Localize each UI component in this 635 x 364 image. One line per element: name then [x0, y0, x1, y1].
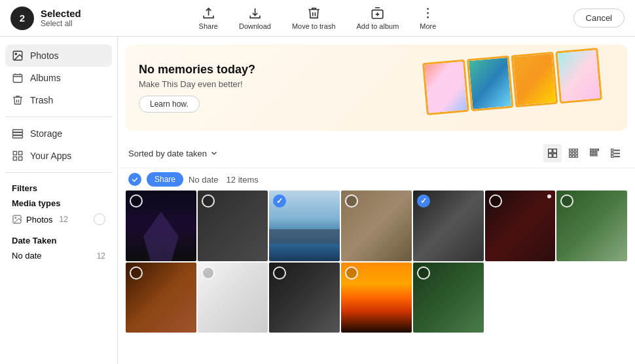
svg-point-2 [427, 12, 429, 14]
filter-bar: Share No date 12 items [118, 168, 635, 191]
svg-point-3 [427, 16, 429, 18]
sidebar-item-photos[interactable]: Photos [5, 45, 112, 67]
svg-rect-26 [570, 155, 572, 157]
photo-item-6[interactable] [485, 191, 556, 261]
svg-rect-36 [590, 155, 592, 156]
photo-item-10[interactable] [269, 263, 340, 333]
photos-filter-count: 12 [59, 215, 67, 224]
toolbar-right [543, 144, 625, 162]
move-to-trash-action[interactable]: Move to trash [292, 6, 336, 30]
svg-rect-7 [13, 130, 23, 132]
photo-checkbox-8[interactable] [130, 266, 143, 280]
sidebar-item-albums[interactable]: Albums [5, 67, 112, 89]
photo-checkbox-1[interactable] [130, 194, 143, 208]
svg-rect-18 [549, 154, 553, 158]
photo-checkbox-2[interactable] [202, 194, 215, 208]
select-all-link[interactable]: Select all [41, 19, 81, 28]
header-right: Cancel [573, 9, 625, 27]
photo-item-8[interactable] [126, 263, 196, 333]
sort-button[interactable]: Sorted by date taken [128, 149, 219, 158]
photo-item-12[interactable] [413, 263, 484, 333]
share-action[interactable]: Share [199, 6, 218, 30]
svg-rect-28 [575, 155, 577, 157]
add-to-album-action[interactable]: Add to album [357, 6, 399, 30]
banner-subtitle: Make This Day even better! [139, 79, 418, 89]
share-filter-chip[interactable]: Share [147, 172, 183, 187]
svg-rect-19 [553, 154, 557, 158]
view-small-button[interactable] [585, 144, 604, 162]
film-frame-1 [422, 60, 469, 115]
svg-rect-16 [549, 149, 553, 153]
download-action[interactable]: Download [239, 6, 271, 30]
sidebar-item-trash[interactable]: Trash [5, 89, 112, 111]
svg-rect-13 [19, 157, 22, 160]
photo-filter-icon [12, 214, 22, 225]
add-to-album-icon [371, 6, 385, 20]
photo-item-9[interactable] [198, 263, 268, 333]
photos-filter-item[interactable]: Photos 12 [5, 211, 112, 228]
photo-item-11[interactable] [341, 263, 412, 333]
view-large-button[interactable] [543, 144, 562, 162]
view-medium-button[interactable] [564, 144, 583, 162]
photos-filter-radio[interactable] [94, 213, 105, 225]
svg-rect-24 [572, 152, 574, 154]
layout: Photos Albums Trash Storage Your Apps [0, 37, 635, 364]
svg-rect-44 [614, 156, 619, 157]
photo-checkbox-5[interactable] [417, 194, 430, 208]
photos-icon [12, 50, 24, 62]
albums-icon [12, 72, 24, 84]
sidebar: Photos Albums Trash Storage Your Apps [0, 37, 118, 364]
apps-icon [12, 150, 24, 162]
sidebar-divider-2 [5, 172, 112, 173]
svg-rect-42 [614, 153, 619, 154]
no-date-filter[interactable]: No date 12 [5, 248, 112, 263]
svg-rect-30 [593, 149, 594, 151]
learn-how-button[interactable]: Learn how. [139, 96, 200, 113]
film-frame-4 [555, 48, 602, 103]
date-taken-label: Date Taken [5, 233, 112, 248]
more-action[interactable]: More [420, 6, 436, 30]
photo-item-5[interactable] [413, 191, 484, 261]
photo-checkbox-6[interactable] [489, 194, 502, 208]
photo-item-7[interactable] [556, 191, 627, 261]
svg-rect-12 [13, 157, 16, 160]
svg-rect-32 [598, 149, 599, 151]
header-left: 2 Selected Select all [10, 7, 81, 30]
photo-item-1[interactable] [126, 191, 196, 261]
photo-checkbox-11[interactable] [345, 266, 358, 280]
svg-rect-10 [13, 151, 16, 155]
view-list-button[interactable] [606, 144, 625, 162]
filter-count-label: 12 items [227, 175, 259, 185]
svg-rect-6 [13, 75, 22, 82]
photo-item-2[interactable] [198, 191, 268, 261]
cancel-button[interactable]: Cancel [573, 9, 625, 27]
film-frame-2 [467, 56, 514, 111]
svg-rect-21 [572, 149, 574, 151]
share-icon [201, 6, 215, 20]
photo-item-3[interactable] [269, 191, 340, 261]
svg-rect-31 [596, 149, 597, 151]
header: 2 Selected Select all Share Download Mo [0, 0, 635, 37]
svg-rect-27 [572, 155, 574, 157]
more-icon [421, 6, 435, 20]
sidebar-item-storage[interactable]: Storage [5, 122, 112, 145]
sidebar-item-your-apps[interactable]: Your Apps [5, 145, 112, 167]
svg-point-15 [15, 217, 16, 219]
view-medium-icon [568, 148, 579, 158]
photo-checkbox-12[interactable] [417, 266, 430, 280]
svg-rect-8 [13, 133, 23, 136]
photo-checkbox-9[interactable] [202, 266, 215, 280]
svg-rect-23 [570, 152, 572, 154]
svg-rect-9 [13, 136, 23, 138]
svg-rect-38 [596, 155, 597, 156]
main-content: No memories today? Make This Day even be… [118, 37, 635, 364]
photo-grid [118, 191, 635, 340]
film-frame-3 [511, 52, 558, 107]
photo-checkbox-4[interactable] [345, 194, 358, 208]
svg-rect-34 [593, 152, 594, 153]
chevron-down-icon [209, 149, 219, 158]
svg-rect-25 [575, 152, 577, 154]
photo-item-4[interactable] [341, 191, 412, 261]
banner-text: No memories today? Make This Day even be… [139, 63, 418, 113]
spacer [5, 228, 112, 233]
